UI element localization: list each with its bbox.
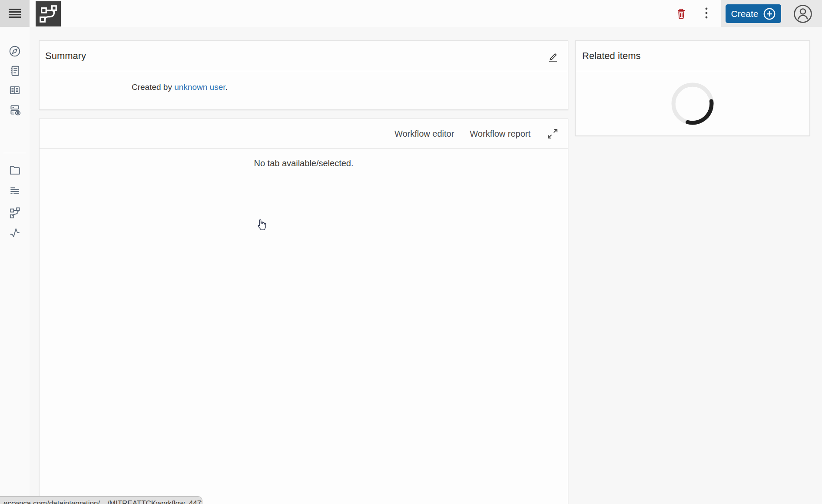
sidebar-toggle-button[interactable] bbox=[0, 0, 30, 27]
created-by-user-link[interactable]: unknown user bbox=[174, 82, 225, 92]
user-avatar-icon bbox=[793, 4, 813, 24]
summary-title: Summary bbox=[45, 50, 86, 62]
sidebar-item-documentation[interactable] bbox=[7, 83, 22, 98]
expand-diagonal-icon bbox=[547, 128, 559, 140]
workflow-icon bbox=[8, 206, 21, 219]
related-items-title: Related items bbox=[582, 50, 641, 62]
sidebar-item-projects[interactable] bbox=[7, 163, 22, 178]
left-navigation-rail bbox=[0, 27, 30, 504]
loading-spinner bbox=[671, 82, 714, 125]
link-preview-statusbar: eccenca.com/dataintegration/…/MITREATTCK… bbox=[0, 496, 202, 504]
sidebar-item-queries[interactable] bbox=[7, 102, 22, 117]
ledger-icon bbox=[8, 64, 21, 77]
sidebar-item-datasets[interactable] bbox=[7, 184, 22, 198]
related-items-body bbox=[576, 71, 809, 136]
trash-icon bbox=[675, 7, 687, 20]
created-by-suffix: . bbox=[225, 82, 227, 92]
sidebar-item-workflows[interactable] bbox=[7, 205, 22, 220]
kebab-menu-icon bbox=[705, 6, 708, 22]
sidebar-divider bbox=[3, 153, 26, 153]
folder-icon bbox=[8, 164, 21, 177]
compass-icon bbox=[8, 45, 21, 58]
maximize-button[interactable] bbox=[545, 126, 560, 141]
database-eye-icon bbox=[8, 103, 21, 116]
workflow-logo-icon bbox=[38, 4, 58, 24]
create-button-label: Create bbox=[731, 9, 758, 19]
no-tab-message: No tab available/selected. bbox=[40, 158, 568, 168]
create-button[interactable]: Create bbox=[726, 4, 781, 23]
activity-icon bbox=[8, 226, 21, 239]
summary-card-header: Summary bbox=[40, 41, 568, 71]
sidebar-item-vocabulary[interactable] bbox=[7, 63, 22, 78]
app-header: Create bbox=[0, 0, 822, 27]
summary-card: Summary Created by unknown user. bbox=[39, 40, 568, 110]
workflow-tabs-card: Workflow editor Workflow report No tab a… bbox=[39, 119, 568, 504]
book-columns-icon bbox=[8, 84, 21, 97]
user-menu-button[interactable] bbox=[793, 4, 812, 23]
delete-button[interactable] bbox=[673, 5, 690, 23]
edit-summary-button[interactable] bbox=[547, 49, 559, 63]
link-preview-url: eccenca.com/dataintegration/…/MITREATTCK… bbox=[0, 497, 202, 504]
created-by-text: Created by bbox=[132, 82, 174, 92]
summary-created-line: Created by unknown user. bbox=[40, 71, 568, 92]
more-options-button[interactable] bbox=[699, 5, 714, 23]
tab-workflow-report[interactable]: Workflow report bbox=[469, 126, 531, 142]
circle-plus-icon bbox=[763, 7, 776, 20]
related-items-card: Related items bbox=[575, 40, 810, 136]
hamburger-menu-icon bbox=[9, 8, 21, 19]
sidebar-item-activities[interactable] bbox=[7, 225, 22, 240]
related-items-header: Related items bbox=[576, 41, 809, 71]
list-lines-icon bbox=[8, 184, 21, 198]
workflow-tabs-bar: Workflow editor Workflow report bbox=[40, 119, 568, 149]
sidebar-item-explore[interactable] bbox=[7, 44, 22, 59]
edit-pencil-icon bbox=[547, 49, 559, 63]
tab-workflow-editor[interactable]: Workflow editor bbox=[394, 126, 455, 142]
app-logo[interactable] bbox=[36, 1, 61, 26]
